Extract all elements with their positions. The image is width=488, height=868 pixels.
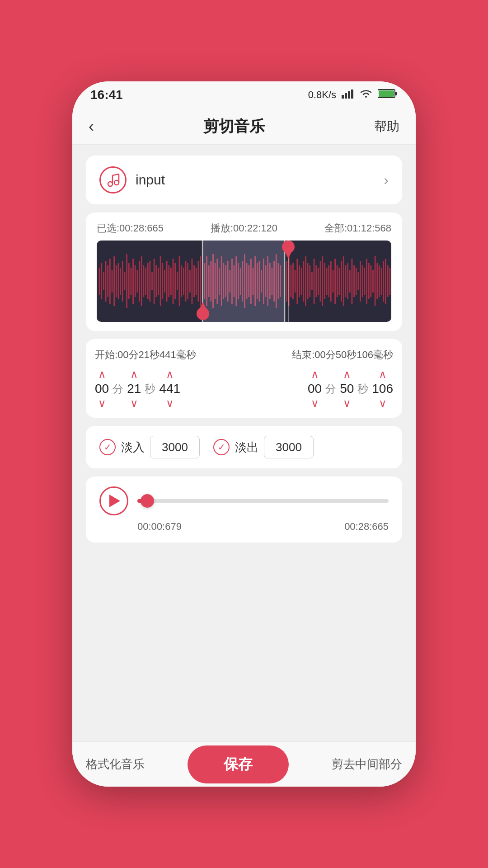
- cut-middle-button[interactable]: 剪去中间部分: [332, 756, 402, 772]
- end-ms-value: 106: [372, 382, 393, 396]
- waveform-card: 已选:00:28:665 播放:00:22:120 全部:01:12:568: [86, 212, 402, 331]
- end-min-up[interactable]: ∧: [311, 369, 319, 380]
- status-icons: 0.8K/s: [308, 89, 398, 101]
- play-button[interactable]: [99, 486, 128, 515]
- svg-rect-33: [143, 265, 144, 297]
- slider-thumb[interactable]: [141, 494, 154, 508]
- svg-rect-108: [305, 256, 306, 306]
- playhead-pin-top[interactable]: [280, 241, 296, 262]
- start-sec-spinner: ∧ 21 ∨: [127, 369, 141, 409]
- svg-rect-50: [179, 256, 180, 306]
- svg-rect-5: [395, 92, 397, 95]
- fade-out-check[interactable]: ✓: [213, 439, 230, 455]
- status-time: 16:41: [90, 88, 123, 102]
- fade-in-input[interactable]: [150, 436, 200, 458]
- file-selector-card[interactable]: input ›: [86, 156, 402, 204]
- start-sec-unit: 秒: [144, 382, 156, 396]
- svg-point-7: [108, 182, 113, 186]
- svg-rect-143: [379, 265, 380, 297]
- back-button[interactable]: ‹: [89, 117, 94, 136]
- selected-time: 已选:00:28:665: [97, 222, 164, 235]
- total-time: 全部:01:12:568: [324, 222, 391, 235]
- start-min-value: 00: [95, 382, 109, 396]
- svg-rect-120: [330, 261, 332, 302]
- signal-icon: [342, 89, 354, 101]
- start-min-unit: 分: [112, 382, 124, 396]
- start-spinners: ∧ 00 ∨ 分 ∧ 21 ∨ 秒 ∧ 441: [95, 369, 180, 409]
- svg-rect-145: [383, 261, 384, 302]
- svg-rect-138: [368, 263, 370, 299]
- network-speed: 0.8K/s: [308, 89, 336, 101]
- start-ms-up[interactable]: ∧: [166, 369, 174, 380]
- end-spinners: ∧ 00 ∨ 分 ∧ 50 ∨ 秒 ∧ 106: [308, 369, 393, 409]
- start-min-down[interactable]: ∨: [98, 398, 106, 409]
- bottom-bar: 格式化音乐 保存 剪去中间部分: [72, 741, 416, 787]
- wifi-icon: [360, 89, 372, 101]
- svg-rect-26: [128, 263, 130, 299]
- music-icon: [99, 166, 127, 193]
- help-button[interactable]: 帮助: [374, 118, 399, 135]
- svg-rect-125: [341, 261, 342, 302]
- svg-rect-118: [326, 268, 328, 295]
- save-button[interactable]: 保存: [188, 745, 289, 783]
- svg-rect-104: [296, 259, 298, 304]
- svg-rect-111: [311, 272, 313, 290]
- playback-card: 00:00:679 00:28:665: [86, 476, 402, 542]
- total-duration: 00:28:665: [344, 521, 389, 533]
- svg-rect-19: [113, 256, 115, 306]
- start-sec-value: 21: [127, 382, 141, 396]
- end-sec-unit: 秒: [357, 382, 369, 396]
- waveform-display[interactable]: [97, 241, 391, 322]
- end-min-value: 00: [308, 382, 322, 396]
- end-ms-down[interactable]: ∨: [379, 398, 387, 409]
- svg-rect-21: [118, 263, 119, 299]
- playback-slider[interactable]: [137, 499, 389, 503]
- end-sec-down[interactable]: ∨: [343, 398, 351, 409]
- end-ms-up[interactable]: ∧: [379, 369, 387, 380]
- svg-rect-146: [385, 259, 386, 304]
- svg-rect-37: [151, 272, 153, 290]
- end-ms-spinner: ∧ 106 ∨: [372, 369, 393, 409]
- svg-rect-113: [315, 265, 317, 297]
- format-music-button[interactable]: 格式化音乐: [86, 756, 145, 772]
- svg-rect-18: [112, 270, 113, 292]
- svg-rect-40: [158, 268, 159, 295]
- fade-out-item: ✓ 淡出: [213, 436, 314, 458]
- svg-rect-117: [324, 263, 325, 299]
- svg-rect-57: [193, 265, 195, 297]
- file-left: input: [99, 166, 165, 193]
- start-sec-down[interactable]: ∨: [130, 398, 138, 409]
- svg-rect-139: [370, 265, 371, 297]
- svg-rect-41: [160, 256, 161, 306]
- battery-icon: [378, 89, 398, 101]
- svg-rect-3: [351, 90, 353, 99]
- svg-rect-45: [168, 265, 169, 297]
- svg-rect-129: [349, 270, 351, 292]
- end-sec-up[interactable]: ∧: [343, 369, 351, 380]
- svg-rect-140: [372, 270, 374, 292]
- svg-rect-136: [364, 268, 365, 295]
- end-sec-value: 50: [340, 382, 354, 396]
- svg-rect-109: [307, 263, 309, 299]
- time-info-row: 已选:00:28:665 播放:00:22:120 全部:01:12:568: [97, 222, 391, 235]
- time-headers: 开始:00分21秒441毫秒 结束:00分50秒106毫秒: [95, 348, 393, 362]
- svg-rect-15: [105, 261, 107, 302]
- svg-rect-141: [375, 256, 376, 306]
- svg-rect-121: [333, 270, 334, 292]
- filename: input: [136, 172, 165, 188]
- fade-out-input[interactable]: [264, 436, 314, 458]
- svg-rect-60: [200, 256, 201, 306]
- svg-rect-31: [139, 261, 140, 302]
- fade-in-check[interactable]: ✓: [99, 439, 116, 455]
- svg-rect-53: [185, 261, 187, 302]
- start-marker-pin[interactable]: [195, 300, 211, 322]
- start-ms-down[interactable]: ∨: [166, 398, 174, 409]
- svg-rect-127: [345, 265, 347, 297]
- svg-rect-24: [124, 272, 126, 290]
- svg-point-156: [197, 307, 209, 320]
- start-min-up[interactable]: ∧: [98, 369, 106, 380]
- end-min-spinner: ∧ 00 ∨: [308, 369, 322, 409]
- end-min-down[interactable]: ∨: [311, 398, 319, 409]
- start-sec-up[interactable]: ∧: [130, 369, 138, 380]
- chevron-right-icon: ›: [384, 172, 389, 189]
